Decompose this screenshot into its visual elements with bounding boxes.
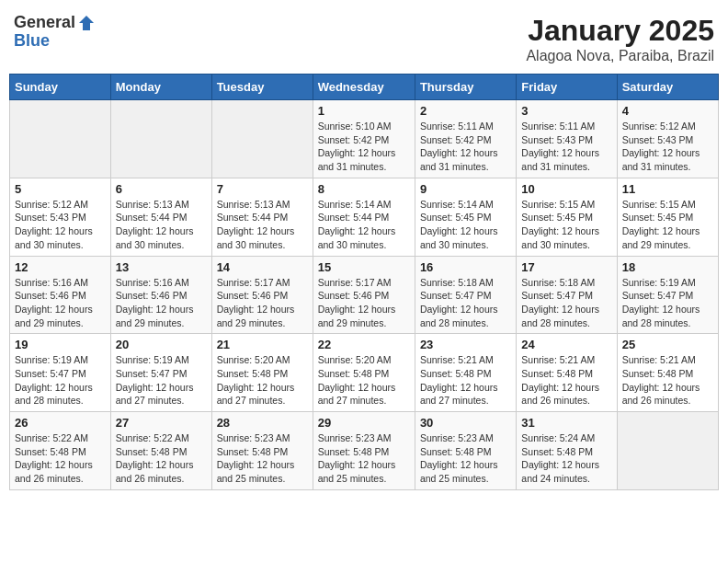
day-info: Sunrise: 5:21 AM Sunset: 5:48 PM Dayligh…: [622, 353, 713, 408]
day-info: Sunrise: 5:19 AM Sunset: 5:47 PM Dayligh…: [622, 276, 713, 330]
calendar-cell: [617, 412, 718, 490]
day-info: Sunrise: 5:16 AM Sunset: 5:46 PM Dayligh…: [116, 276, 207, 330]
calendar-cell: 9Sunrise: 5:14 AM Sunset: 5:45 PM Daylig…: [415, 178, 516, 256]
calendar-cell: 2Sunrise: 5:11 AM Sunset: 5:42 PM Daylig…: [415, 100, 516, 178]
day-info: Sunrise: 5:22 AM Sunset: 5:48 PM Dayligh…: [15, 431, 106, 486]
calendar-cell: 5Sunrise: 5:12 AM Sunset: 5:43 PM Daylig…: [10, 178, 111, 256]
day-info: Sunrise: 5:12 AM Sunset: 5:43 PM Dayligh…: [15, 198, 106, 252]
weekday-header-thursday: Thursday: [415, 75, 516, 100]
calendar-cell: 30Sunrise: 5:23 AM Sunset: 5:48 PM Dayli…: [415, 412, 516, 490]
calendar-cell: 31Sunrise: 5:24 AM Sunset: 5:48 PM Dayli…: [517, 412, 617, 490]
day-info: Sunrise: 5:18 AM Sunset: 5:47 PM Dayligh…: [521, 276, 611, 330]
day-info: Sunrise: 5:24 AM Sunset: 5:48 PM Dayligh…: [521, 431, 611, 486]
day-number: 2: [420, 104, 511, 118]
day-info: Sunrise: 5:13 AM Sunset: 5:44 PM Dayligh…: [116, 198, 207, 252]
location-title: Alagoa Nova, Paraiba, Brazil: [526, 48, 714, 64]
day-number: 29: [318, 416, 410, 430]
day-number: 21: [217, 338, 308, 351]
day-info: Sunrise: 5:14 AM Sunset: 5:45 PM Dayligh…: [420, 198, 511, 252]
calendar-cell: 27Sunrise: 5:22 AM Sunset: 5:48 PM Dayli…: [110, 412, 211, 490]
day-number: 30: [420, 416, 511, 430]
day-info: Sunrise: 5:20 AM Sunset: 5:48 PM Dayligh…: [318, 353, 410, 408]
logo-icon: [77, 14, 96, 32]
calendar-week-row: 1Sunrise: 5:10 AM Sunset: 5:42 PM Daylig…: [10, 100, 719, 178]
day-number: 27: [116, 416, 207, 430]
day-number: 12: [15, 260, 106, 274]
day-number: 3: [521, 104, 611, 118]
day-info: Sunrise: 5:23 AM Sunset: 5:48 PM Dayligh…: [318, 431, 410, 486]
calendar-week-row: 5Sunrise: 5:12 AM Sunset: 5:43 PM Daylig…: [10, 178, 719, 256]
day-number: 1: [318, 104, 410, 118]
calendar-cell: 8Sunrise: 5:14 AM Sunset: 5:44 PM Daylig…: [313, 178, 415, 256]
day-number: 9: [420, 182, 511, 196]
day-number: 28: [217, 416, 308, 430]
calendar-cell: 22Sunrise: 5:20 AM Sunset: 5:48 PM Dayli…: [313, 334, 415, 412]
day-number: 14: [217, 260, 308, 274]
day-number: 23: [420, 338, 511, 351]
calendar-cell: 16Sunrise: 5:18 AM Sunset: 5:47 PM Dayli…: [415, 256, 516, 334]
day-info: Sunrise: 5:17 AM Sunset: 5:46 PM Dayligh…: [318, 276, 410, 330]
day-info: Sunrise: 5:12 AM Sunset: 5:43 PM Dayligh…: [622, 120, 713, 174]
calendar-cell: 15Sunrise: 5:17 AM Sunset: 5:46 PM Dayli…: [313, 256, 415, 334]
calendar-cell: 19Sunrise: 5:19 AM Sunset: 5:47 PM Dayli…: [10, 334, 111, 412]
day-number: 8: [318, 182, 410, 196]
calendar-cell: 3Sunrise: 5:11 AM Sunset: 5:43 PM Daylig…: [517, 100, 617, 178]
calendar-cell: 7Sunrise: 5:13 AM Sunset: 5:44 PM Daylig…: [211, 178, 313, 256]
calendar-cell: [110, 100, 211, 178]
day-number: 10: [521, 182, 611, 196]
day-number: 18: [622, 260, 713, 274]
calendar-week-row: 26Sunrise: 5:22 AM Sunset: 5:48 PM Dayli…: [10, 412, 719, 490]
day-info: Sunrise: 5:15 AM Sunset: 5:45 PM Dayligh…: [521, 198, 611, 252]
svg-marker-0: [79, 16, 94, 30]
calendar-week-row: 12Sunrise: 5:16 AM Sunset: 5:46 PM Dayli…: [10, 256, 719, 334]
weekday-header-wednesday: Wednesday: [313, 75, 415, 100]
calendar-cell: 10Sunrise: 5:15 AM Sunset: 5:45 PM Dayli…: [517, 178, 617, 256]
day-info: Sunrise: 5:11 AM Sunset: 5:42 PM Dayligh…: [420, 120, 511, 174]
calendar-header-row: SundayMondayTuesdayWednesdayThursdayFrid…: [10, 75, 719, 100]
day-info: Sunrise: 5:19 AM Sunset: 5:47 PM Dayligh…: [15, 353, 106, 408]
day-info: Sunrise: 5:21 AM Sunset: 5:48 PM Dayligh…: [420, 353, 511, 408]
day-number: 25: [622, 338, 713, 351]
calendar-cell: 20Sunrise: 5:19 AM Sunset: 5:47 PM Dayli…: [110, 334, 211, 412]
day-number: 22: [318, 338, 410, 351]
day-number: 17: [521, 260, 611, 274]
calendar-cell: 4Sunrise: 5:12 AM Sunset: 5:43 PM Daylig…: [617, 100, 718, 178]
page-header: General Blue January 2025 Alagoa Nova, P…: [9, 9, 719, 64]
day-info: Sunrise: 5:14 AM Sunset: 5:44 PM Dayligh…: [318, 198, 410, 252]
day-info: Sunrise: 5:13 AM Sunset: 5:44 PM Dayligh…: [217, 198, 308, 252]
calendar-cell: 23Sunrise: 5:21 AM Sunset: 5:48 PM Dayli…: [415, 334, 516, 412]
calendar-cell: 18Sunrise: 5:19 AM Sunset: 5:47 PM Dayli…: [617, 256, 718, 334]
day-number: 16: [420, 260, 511, 274]
calendar-cell: 11Sunrise: 5:15 AM Sunset: 5:45 PM Dayli…: [617, 178, 718, 256]
calendar-table: SundayMondayTuesdayWednesdayThursdayFrid…: [9, 74, 719, 490]
month-title: January 2025: [526, 14, 714, 48]
day-number: 15: [318, 260, 410, 274]
calendar-cell: 6Sunrise: 5:13 AM Sunset: 5:44 PM Daylig…: [110, 178, 211, 256]
day-number: 5: [15, 182, 106, 196]
day-info: Sunrise: 5:17 AM Sunset: 5:46 PM Dayligh…: [217, 276, 308, 330]
calendar-cell: 21Sunrise: 5:20 AM Sunset: 5:48 PM Dayli…: [211, 334, 313, 412]
weekday-header-monday: Monday: [110, 75, 211, 100]
day-number: 19: [15, 338, 106, 351]
day-info: Sunrise: 5:23 AM Sunset: 5:48 PM Dayligh…: [217, 431, 308, 486]
calendar-cell: 28Sunrise: 5:23 AM Sunset: 5:48 PM Dayli…: [211, 412, 313, 490]
day-info: Sunrise: 5:19 AM Sunset: 5:47 PM Dayligh…: [116, 353, 207, 408]
calendar-cell: 13Sunrise: 5:16 AM Sunset: 5:46 PM Dayli…: [110, 256, 211, 334]
calendar-cell: 24Sunrise: 5:21 AM Sunset: 5:48 PM Dayli…: [517, 334, 617, 412]
calendar-cell: [10, 100, 111, 178]
day-info: Sunrise: 5:16 AM Sunset: 5:46 PM Dayligh…: [15, 276, 106, 330]
weekday-header-sunday: Sunday: [10, 75, 111, 100]
calendar-cell: [211, 100, 313, 178]
logo: General Blue: [14, 14, 96, 51]
calendar-cell: 25Sunrise: 5:21 AM Sunset: 5:48 PM Dayli…: [617, 334, 718, 412]
calendar-cell: 17Sunrise: 5:18 AM Sunset: 5:47 PM Dayli…: [517, 256, 617, 334]
day-info: Sunrise: 5:21 AM Sunset: 5:48 PM Dayligh…: [521, 353, 611, 408]
day-number: 6: [116, 182, 207, 196]
calendar-cell: 26Sunrise: 5:22 AM Sunset: 5:48 PM Dayli…: [10, 412, 111, 490]
calendar-cell: 14Sunrise: 5:17 AM Sunset: 5:46 PM Dayli…: [211, 256, 313, 334]
day-number: 11: [622, 182, 713, 196]
calendar-cell: 29Sunrise: 5:23 AM Sunset: 5:48 PM Dayli…: [313, 412, 415, 490]
day-number: 24: [521, 338, 611, 351]
day-number: 13: [116, 260, 207, 274]
day-number: 31: [521, 416, 611, 430]
